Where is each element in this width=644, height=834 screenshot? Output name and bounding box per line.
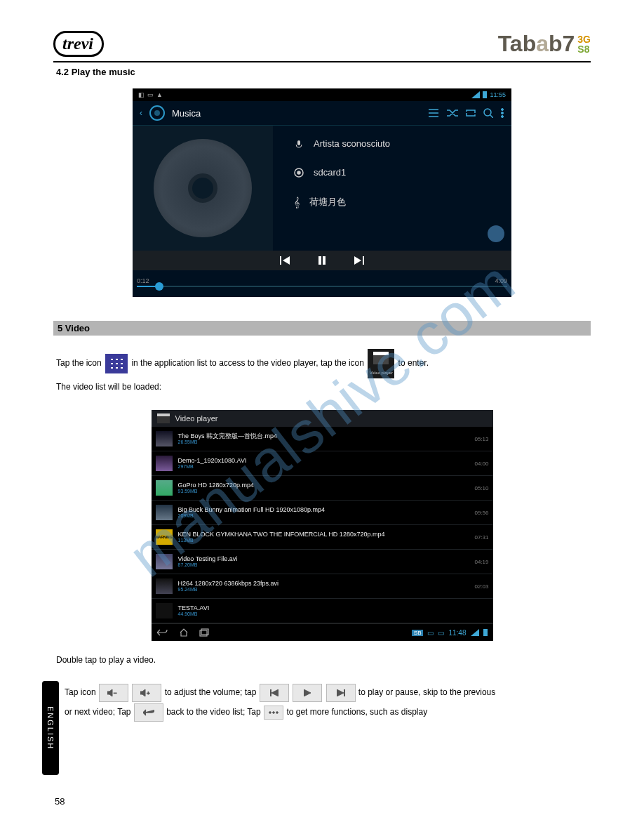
progress-bar[interactable]: 0:12 4:09 — [133, 270, 511, 297]
section-5-heading: 5 Video — [53, 321, 591, 336]
video-list-item[interactable]: Demo-1_1920x1080.AVI297MB04:00 — [152, 451, 493, 476]
tab7-logo: Tabab7 3G S8 — [498, 31, 591, 57]
svg-rect-14 — [323, 256, 326, 265]
svg-rect-18 — [483, 629, 488, 636]
section-4-2-heading: 4.2 Play the music — [0, 62, 644, 81]
prev-icon[interactable] — [280, 256, 290, 265]
svg-point-6 — [502, 109, 504, 111]
svg-point-24 — [273, 712, 275, 714]
page-number: 58 — [55, 796, 644, 807]
video-list-item[interactable]: Video Testing File.avi87.20MB04:19 — [152, 550, 493, 574]
video-player-screenshot: Video player The Boys 韩文完整版—首悦台.mp426.55… — [152, 410, 493, 641]
svg-text:+: + — [147, 690, 150, 696]
suffix-3g: 3G — [577, 34, 591, 44]
clapperboard-icon — [157, 413, 170, 423]
status-bar: ◧▭▲ 11:55 — [133, 88, 511, 101]
svg-rect-22 — [344, 689, 345, 696]
more-button — [264, 706, 283, 720]
svg-line-5 — [490, 115, 493, 118]
more-icon[interactable] — [500, 108, 504, 118]
video-player-app-icon — [368, 349, 394, 378]
video-list-item[interactable]: The Boys 韩文完整版—首悦台.mp426.55MB05:13 — [152, 427, 493, 451]
svg-point-4 — [484, 109, 491, 116]
shuffle-icon[interactable] — [447, 108, 458, 118]
video-list-item[interactable]: GoPro HD 1280x720p.mp493.59MB05:10 — [152, 476, 493, 501]
svg-rect-13 — [318, 256, 321, 265]
next-icon[interactable] — [354, 256, 364, 265]
music-player-screenshot: ◧▭▲ 11:55 ‹ Musica — [133, 88, 511, 297]
queue-icon[interactable] — [429, 108, 440, 118]
after-list-text: Double tap to play a video. — [0, 647, 644, 674]
time-elapsed: 0:12 — [137, 277, 149, 284]
play-button — [293, 684, 322, 702]
video-list-item[interactable]: Big Buck Bunny animation Full HD 1920x10… — [152, 501, 493, 525]
english-content: Tap icon − + to adjust the volume; tap t… — [65, 681, 644, 775]
nav-recent-icon[interactable] — [199, 628, 209, 637]
music-app-title: Musica — [172, 108, 422, 119]
svg-text:−: − — [114, 690, 117, 696]
player-controls — [133, 251, 511, 270]
product-prefix: Tab — [498, 31, 537, 56]
pause-icon[interactable] — [318, 256, 326, 265]
volume-up-button: + — [132, 684, 161, 702]
apps-drawer-icon — [105, 354, 128, 373]
video-list: The Boys 韩文完整版—首悦台.mp426.55MB05:13 Demo-… — [152, 427, 493, 623]
back-chevron-icon[interactable]: ‹ — [140, 108, 142, 118]
android-navbar: SB ▭▭ 11:48 — [152, 623, 493, 641]
nav-back-icon[interactable] — [157, 628, 168, 637]
artist-row: Artista sconosciuto — [294, 138, 504, 149]
svg-point-7 — [502, 112, 504, 114]
volume-down-button: − — [99, 684, 128, 702]
track-row: 𝄞 荷塘月色 — [294, 196, 504, 208]
svg-rect-0 — [483, 91, 487, 98]
repeat-icon[interactable] — [465, 108, 476, 118]
page-header: trevi Tabab7 3G S8 — [53, 31, 591, 62]
svg-point-23 — [269, 712, 271, 714]
nav-home-icon[interactable] — [180, 628, 188, 637]
video-list-item[interactable]: TESTA.AVI44.90MB — [152, 599, 493, 623]
album-row: sdcard1 — [294, 167, 504, 178]
music-app-icon — [149, 105, 165, 121]
svg-point-8 — [502, 116, 504, 118]
video-list-item[interactable]: H264 1280x720 6386kbps 23fps.avi95.24MB0… — [152, 574, 493, 599]
video-list-item[interactable]: WARNINGKEN BLOCK GYMKHANA TWO THE INFOME… — [152, 525, 493, 550]
album-art — [133, 126, 273, 251]
search-icon[interactable] — [483, 108, 493, 118]
video-instruction-text: Tap the icon in the application list to … — [0, 343, 644, 400]
prev-button — [260, 684, 289, 702]
svg-rect-9 — [297, 140, 300, 145]
next-button — [326, 684, 356, 702]
back-button — [134, 703, 163, 722]
svg-rect-12 — [280, 256, 281, 265]
video-player-topbar: Video player — [152, 410, 493, 427]
svg-rect-15 — [363, 256, 364, 265]
svg-point-25 — [276, 712, 279, 714]
suffix-s8: S8 — [577, 44, 591, 54]
sb-badge: SB — [412, 630, 424, 636]
music-app-topbar: ‹ Musica — [133, 101, 511, 126]
english-tab: ENGLISH — [42, 681, 59, 775]
svg-point-11 — [297, 171, 300, 174]
time-total: 4:09 — [495, 277, 507, 284]
navbar-clock: 11:48 — [448, 629, 466, 637]
trevi-logo: trevi — [53, 31, 104, 57]
status-time: 11:55 — [490, 91, 506, 98]
